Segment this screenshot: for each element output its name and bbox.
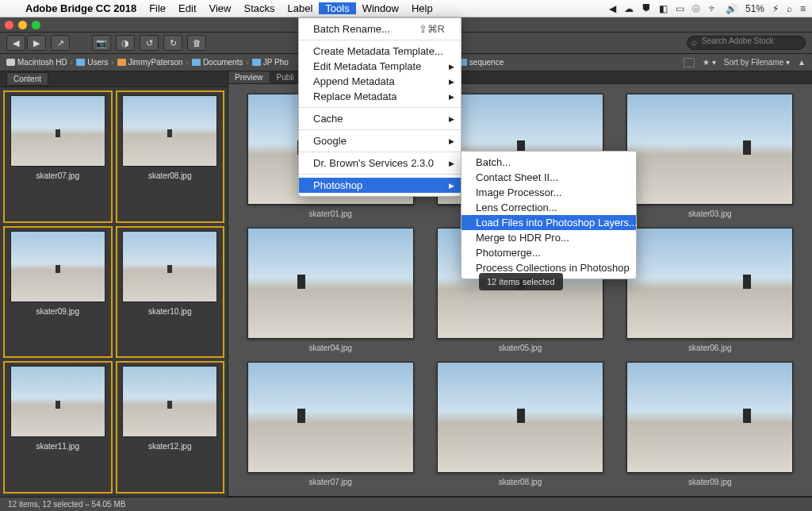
content-thumb[interactable]: skater09.jpg: [3, 226, 113, 359]
sort-ascending-button[interactable]: ▲: [798, 58, 806, 67]
minimize-button[interactable]: [18, 21, 27, 29]
grid-thumb[interactable]: skater04.jpg: [243, 228, 418, 352]
menuitem-batch[interactable]: Batch...: [462, 155, 636, 170]
menuitem-batch-rename[interactable]: Batch Rename...⇧⌘R: [299, 21, 461, 36]
shield-icon[interactable]: ⛊: [642, 3, 651, 14]
grid-thumb[interactable]: skater07.jpg: [243, 362, 418, 486]
thumbnail-caption: skater08.jpg: [148, 171, 191, 180]
menuitem-append-metadata[interactable]: Append Metadata: [299, 74, 461, 89]
thumbnail-caption: skater05.jpg: [499, 344, 542, 352]
content-thumb[interactable]: skater11.jpg: [3, 361, 113, 494]
spotlight-icon[interactable]: ⌕: [787, 3, 792, 14]
star-filter-button[interactable]: ★ ▾: [703, 58, 716, 67]
crumb-jp-pho[interactable]: JP Pho: [252, 58, 289, 67]
grid-thumb[interactable]: skater09.jpg: [622, 362, 798, 486]
photoshop-submenu: Batch... Contact Sheet II... Image Proce…: [461, 151, 637, 279]
folder-icon: [252, 59, 261, 66]
thumbnail-image: [247, 228, 414, 339]
rotate-cw-button[interactable]: ↻: [163, 35, 182, 51]
menuitem-edit-metadata-template[interactable]: Edit Metadata Template: [299, 59, 461, 74]
dropbox-icon[interactable]: ◧: [659, 3, 668, 14]
refine-button[interactable]: ◑: [116, 35, 135, 51]
grid-thumb[interactable]: skater03.jpg: [622, 94, 798, 218]
crumb-macintosh-hd[interactable]: Macintosh HD: [6, 58, 67, 67]
menuitem-load-files-into-layers[interactable]: Load Files into Photoshop Layers...: [462, 215, 636, 230]
thumbnail-caption: skater10.jpg: [148, 307, 191, 316]
menuitem-lens-correction[interactable]: Lens Correction...: [462, 200, 636, 215]
rotate-ccw-button[interactable]: ↺: [140, 35, 159, 51]
wifi-icon[interactable]: ⦾: [692, 3, 700, 14]
content-thumb[interactable]: skater12.jpg: [116, 361, 225, 494]
content-thumb[interactable]: skater07.jpg: [3, 90, 113, 223]
thumbnail-caption: skater01.jpg: [308, 209, 351, 218]
airdrop-icon[interactable]: ᯤ: [708, 3, 718, 14]
thumbnail-image: [437, 362, 603, 473]
tab-publish[interactable]: Publi: [270, 71, 301, 83]
notification-icon[interactable]: ≡: [800, 3, 806, 14]
disk-icon: [6, 59, 15, 66]
location-icon[interactable]: ◀: [609, 3, 616, 14]
menuitem-photoshop[interactable]: Photoshop: [299, 178, 461, 193]
crumb-jimmypaterson[interactable]: JimmyPaterson: [117, 58, 183, 67]
menuitem-replace-metadata[interactable]: Replace Metadata: [299, 89, 461, 104]
battery-icon[interactable]: ⚡︎: [772, 3, 779, 14]
crumb-sequence[interactable]: sequence: [458, 58, 504, 67]
thumbnail-image: [247, 362, 414, 473]
menuitem-image-processor[interactable]: Image Processor...: [462, 185, 636, 200]
grid-thumb[interactable]: skater08.jpg: [432, 362, 607, 486]
back-button[interactable]: ◀: [6, 35, 25, 51]
menu-tools[interactable]: Tools: [319, 2, 355, 14]
status-bar: 12 items, 12 selected – 54.05 MB: [0, 497, 812, 511]
cloud-icon[interactable]: ☁: [624, 3, 634, 14]
grid-thumb[interactable]: skater06.jpg: [622, 228, 798, 352]
thumbnail-caption: skater08.jpg: [499, 478, 542, 486]
status-text: 12 items, 12 selected – 54.05 MB: [8, 500, 125, 509]
thumbnail-caption: skater09.jpg: [36, 307, 79, 316]
trash-button[interactable]: 🗑: [187, 35, 206, 51]
content-thumb[interactable]: skater10.jpg: [116, 226, 225, 359]
menu-window[interactable]: Window: [356, 2, 405, 14]
thumbnail-image: [10, 231, 105, 302]
menuitem-merge-to-hdr[interactable]: Merge to HDR Pro...: [462, 230, 636, 245]
thumbnail-image: [626, 228, 793, 339]
menu-view[interactable]: View: [203, 2, 238, 14]
thumbnail-caption: skater04.jpg: [308, 344, 351, 352]
thumbnail-image: [10, 95, 105, 167]
volume-icon[interactable]: 🔊: [726, 3, 737, 14]
tools-dropdown: Batch Rename...⇧⌘R Create Metadata Templ…: [298, 17, 462, 197]
sort-dropdown[interactable]: Sort by Filename ▾: [724, 58, 790, 67]
menu-edit[interactable]: Edit: [172, 2, 202, 14]
camera-button[interactable]: 📷: [92, 35, 111, 51]
reveal-button[interactable]: ↗: [51, 35, 70, 51]
selection-toast: 12 items selected: [479, 273, 563, 290]
forward-button[interactable]: ▶: [27, 35, 46, 51]
search-input[interactable]: Search Adobe Stock: [687, 36, 806, 50]
folder-icon: [117, 59, 126, 66]
thumbnail-image: [626, 94, 793, 205]
menu-help[interactable]: Help: [405, 2, 439, 14]
app-name[interactable]: Adobe Bridge CC 2018: [19, 2, 143, 14]
menu-file[interactable]: File: [143, 2, 172, 14]
content-thumb[interactable]: skater08.jpg: [116, 90, 225, 223]
close-button[interactable]: [5, 21, 13, 29]
thumbnail-image: [122, 366, 217, 437]
folder-icon: [76, 59, 85, 66]
view-grid-button[interactable]: [684, 58, 695, 67]
content-tab[interactable]: Content: [0, 71, 228, 87]
menuitem-contact-sheet[interactable]: Contact Sheet II...: [462, 170, 636, 185]
menu-label[interactable]: Label: [281, 2, 319, 14]
crumb-documents[interactable]: Documents: [192, 58, 243, 67]
battery-percent[interactable]: 51%: [745, 3, 764, 14]
zoom-button[interactable]: [32, 21, 40, 29]
thumbnail-image: [626, 362, 793, 473]
tab-preview[interactable]: Preview: [228, 71, 270, 83]
menuitem-cache[interactable]: Cache: [299, 111, 461, 126]
menuitem-dr-browns-services[interactable]: Dr. Brown's Services 2.3.0: [299, 156, 461, 171]
menu-stacks[interactable]: Stacks: [237, 2, 281, 14]
menuitem-create-metadata-template[interactable]: Create Metadata Template...: [299, 44, 461, 59]
crumb-users[interactable]: Users: [76, 58, 108, 67]
thumbnail-caption: skater12.jpg: [148, 442, 191, 451]
menuitem-photomerge[interactable]: Photomerge...: [462, 245, 636, 260]
display-icon[interactable]: ▭: [676, 3, 684, 14]
menuitem-google[interactable]: Google: [299, 133, 461, 148]
